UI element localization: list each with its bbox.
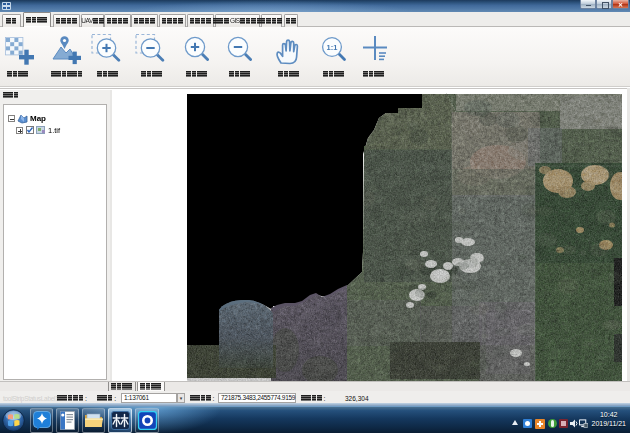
svg-text:1:1: 1:1	[327, 43, 338, 52]
